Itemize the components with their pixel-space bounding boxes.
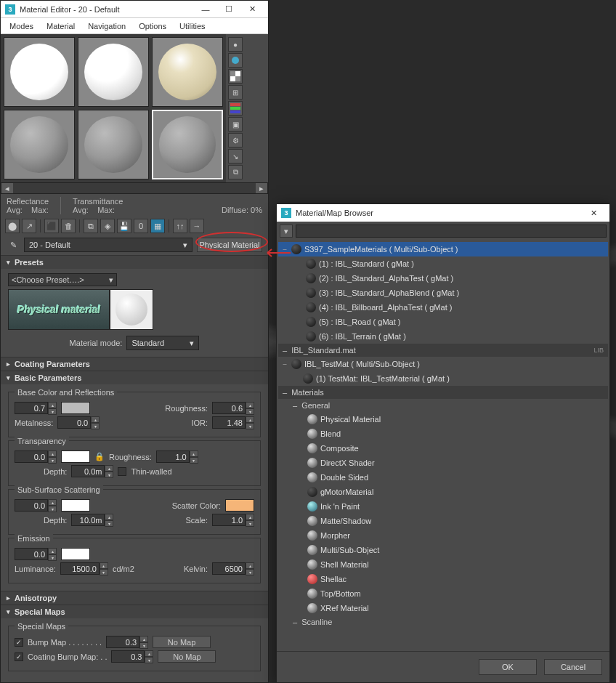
sample-uv-icon[interactable]: ⊞ (228, 85, 243, 100)
tree-item[interactable]: Multi/Sub-Object (304, 543, 608, 557)
base-weight-spinner[interactable]: ▴▾ (15, 402, 57, 414)
bump-map-button[interactable]: No Map (153, 636, 211, 648)
trans-roughness-spinner[interactable]: ▴▾ (156, 450, 198, 463)
preview-icon[interactable]: ▣ (228, 117, 243, 132)
metalness-spinner[interactable]: ▴▾ (57, 416, 100, 429)
go-parent-icon[interactable]: ↑↑ (173, 219, 187, 233)
scroll-right-button[interactable]: ▸ (256, 183, 267, 193)
tree-item[interactable]: XRef Material (304, 601, 608, 615)
depth-spinner[interactable]: ▴▾ (71, 465, 113, 477)
bump-map-checkbox[interactable] (15, 638, 23, 647)
sample-slot[interactable] (4, 37, 75, 107)
sample-scrollbar[interactable]: ◂ ▸ (1, 182, 268, 194)
minimize-button[interactable]: — (194, 1, 217, 17)
tree-item[interactable]: Ink 'n Paint (304, 499, 608, 514)
scroll-left-button[interactable]: ◂ (1, 183, 13, 193)
tree-section-general[interactable]: General (278, 399, 608, 412)
search-input[interactable] (296, 225, 607, 238)
roughness-spinner[interactable]: ▴▾ (212, 402, 254, 414)
bump-amount-spinner[interactable]: ▴▾ (106, 636, 148, 648)
preset-dropdown[interactable]: <Choose Preset….>▾ (8, 273, 117, 286)
make-unique-icon[interactable]: ◈ (100, 219, 115, 233)
tree-section-lib[interactable]: IBL_Standard.mat LIB (278, 344, 608, 357)
pick-material-icon[interactable]: ✎ (7, 238, 20, 251)
material-mode-dropdown[interactable]: Standard▾ (126, 336, 199, 350)
material-map-nav-icon[interactable]: ⧉ (228, 165, 243, 179)
kelvin-spinner[interactable]: ▴▾ (212, 562, 254, 575)
browser-titlebar[interactable]: 3 Material/Map Browser ✕ (277, 204, 609, 222)
special-maps-header[interactable]: Special Maps (1, 605, 268, 618)
sss-color-swatch[interactable] (61, 499, 90, 512)
tree-section-scanline[interactable]: Scanline (278, 615, 608, 629)
tree-section-materials[interactable]: Materials (278, 386, 608, 399)
ok-button[interactable]: OK (479, 659, 537, 675)
luminance-spinner[interactable]: ▴▾ (60, 562, 108, 575)
tree-item[interactable]: DirectX Shader (304, 456, 608, 470)
maximize-button[interactable]: ☐ (217, 1, 240, 17)
base-color-swatch[interactable] (61, 402, 90, 414)
lock-icon[interactable]: 🔒 (94, 452, 105, 462)
video-color-icon[interactable] (228, 101, 243, 116)
ior-spinner[interactable]: ▴▾ (212, 416, 254, 429)
tree-item[interactable]: Shellac (304, 572, 608, 586)
tree-item[interactable]: Top/Bottom (304, 586, 608, 601)
menu-navigation[interactable]: Navigation (82, 20, 131, 32)
tree-item[interactable]: Shell Material (304, 557, 608, 572)
tree-item[interactable]: Blend (304, 427, 608, 441)
emission-weight-spinner[interactable]: ▴▾ (15, 548, 57, 560)
tree-item-scene-root[interactable]: – S397_SampleMaterials ( Multi/Sub-Objec… (278, 242, 608, 256)
tree-item[interactable]: gMotorMaterial (304, 485, 608, 499)
background-icon[interactable] (228, 69, 243, 84)
transparency-weight-spinner[interactable]: ▴▾ (15, 450, 57, 463)
sss-depth-spinner[interactable]: ▴▾ (71, 514, 113, 526)
tree-item[interactable]: (1) : IBL_Standard ( gMat ) (293, 256, 608, 271)
coat-bump-map-button[interactable]: No Map (158, 650, 216, 663)
make-copy-icon[interactable]: ⧉ (84, 219, 98, 233)
cancel-button[interactable]: Cancel (544, 659, 602, 675)
backlight-icon[interactable] (228, 53, 243, 68)
options-icon[interactable]: ⚙ (228, 133, 243, 147)
scatter-color-swatch[interactable] (225, 499, 254, 512)
transparency-color-swatch[interactable] (61, 450, 90, 463)
material-type-button[interactable]: Physical Material (197, 238, 262, 252)
coat-bump-checkbox[interactable] (15, 652, 23, 661)
sample-type-icon[interactable]: ● (228, 37, 243, 52)
sample-slot[interactable] (78, 110, 149, 179)
sample-slot-active[interactable] (152, 110, 223, 179)
material-id-icon[interactable]: 0 (134, 219, 148, 233)
get-material-icon[interactable]: ⬤ (5, 219, 20, 233)
coating-header[interactable]: Coating Parameters (1, 357, 268, 371)
tree-item[interactable]: (4) : IBL_Billboard_AlphaTest ( gMat ) (293, 300, 608, 315)
close-button[interactable]: ✕ (240, 1, 264, 17)
anisotropy-header[interactable]: Anisotropy (1, 591, 268, 605)
sample-slot[interactable] (4, 110, 75, 179)
menu-utilities[interactable]: Utilities (174, 20, 211, 32)
select-by-mat-icon[interactable]: ↘ (228, 149, 243, 163)
emission-color-swatch[interactable] (61, 548, 90, 560)
show-map-viewport-icon[interactable]: ▦ (150, 219, 165, 233)
tree-item[interactable]: (3) : IBL_Standard_AlphaBlend ( gMat ) (293, 286, 608, 300)
basic-params-header[interactable]: Basic Parameters (1, 371, 268, 384)
tree-item[interactable]: (2) : IBL_Standard_AlphaTest ( gMat ) (293, 271, 608, 286)
put-to-library-icon[interactable]: 💾 (117, 219, 131, 233)
thin-walled-checkbox[interactable] (118, 467, 126, 476)
menu-material[interactable]: Material (41, 20, 81, 32)
tree-item[interactable]: Morpher (304, 528, 608, 543)
tree-item[interactable]: Composite (304, 441, 608, 456)
search-menu-icon[interactable]: ▾ (280, 225, 293, 238)
material-name-dropdown[interactable]: 20 - Default ▾ (24, 238, 192, 252)
tree-item[interactable]: Double Sided (304, 470, 608, 485)
menu-modes[interactable]: Modes (4, 20, 39, 32)
assign-to-selection-icon[interactable]: ⬛ (44, 219, 59, 233)
tree-item[interactable]: (1) TestMat: IBL_TestMaterial ( gMat ) (278, 371, 608, 386)
go-forward-icon[interactable]: → (190, 219, 204, 233)
material-editor-titlebar[interactable]: 3 Material Editor - 20 - Default — ☐ ✕ (1, 1, 268, 18)
sss-scale-spinner[interactable]: ▴▾ (212, 514, 254, 526)
tree-item[interactable]: (5) : IBL_Road ( gMat ) (293, 315, 608, 329)
menu-options[interactable]: Options (133, 20, 172, 32)
tree-item[interactable]: (6) : IBL_Terrain ( gMat ) (293, 329, 608, 344)
tree-item[interactable]: Physical Material (304, 412, 608, 427)
sample-slot[interactable] (152, 37, 223, 107)
coat-bump-amount-spinner[interactable]: ▴▾ (111, 650, 153, 663)
close-button[interactable]: ✕ (582, 205, 605, 221)
